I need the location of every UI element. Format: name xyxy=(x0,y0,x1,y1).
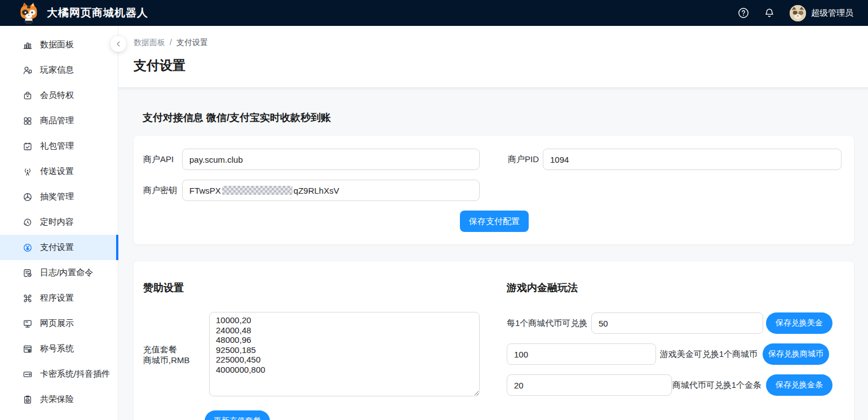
sidebar-item-label: 传送设置 xyxy=(40,166,74,177)
sidebar-item-web-display[interactable]: 网页展示 xyxy=(0,311,118,336)
sidebar-item-label: 定时内容 xyxy=(40,217,74,227)
payment-config-card: 商户API 商户PID 商户密钥 FTwsPX qZ9RLhXsV 保存支付配置 xyxy=(133,135,854,245)
bell-icon[interactable] xyxy=(764,7,775,19)
sidebar-item-scheduled[interactable]: 定时内容 xyxy=(0,209,118,235)
monitor-icon xyxy=(23,319,33,329)
merchant-pid-input[interactable] xyxy=(543,149,842,170)
badge-window-icon xyxy=(23,344,33,354)
bag-icon xyxy=(23,91,33,101)
sidebar-item-label: 共荣保险 xyxy=(40,394,74,405)
sidebar-item-label: 会员特权 xyxy=(40,90,74,101)
help-circle-icon[interactable] xyxy=(738,7,749,19)
sidebar-item-teleport[interactable]: 传送设置 xyxy=(0,159,118,184)
page-header: 数据面板 / 支付设置 支付设置 xyxy=(118,26,868,87)
exchange-usd-input[interactable] xyxy=(591,312,763,334)
sidebar-item-cardkey-douyin[interactable]: 卡密系统/抖音插件 xyxy=(0,361,118,387)
recharge-package-label: 充值套餐 商城币,RMB xyxy=(143,344,190,365)
save-exchange-mallcoin-button[interactable]: 保存兑换商城币 xyxy=(763,343,829,365)
sidebar-item-label: 玩家信息 xyxy=(40,65,74,75)
sidebar-item-payment-settings[interactable]: 支付设置 xyxy=(0,235,118,260)
avatar[interactable] xyxy=(790,5,806,21)
orange-cat-logo xyxy=(18,2,39,24)
bar-chart-icon xyxy=(23,40,33,50)
sidebar-item-title-system[interactable]: 称号系统 xyxy=(0,336,118,361)
save-exchange-usd-button[interactable]: 保存兑换美金 xyxy=(766,312,832,334)
merchant-key-prefix: FTwsPX xyxy=(189,186,221,195)
recharge-packages-textarea[interactable]: 10000,20 24000,48 48000,96 92500,185 225… xyxy=(209,312,480,396)
sidebar-item-insurance[interactable]: 共荣保险 xyxy=(0,387,118,412)
merchant-key-label: 商户密钥 xyxy=(143,180,177,201)
sidebar-item-lottery[interactable]: 抽奖管理 xyxy=(0,184,118,209)
top-navbar: 大橘网页商城机器人 xyxy=(0,0,868,26)
sidebar-item-program-settings[interactable]: 程序设置 xyxy=(0,285,118,311)
clipboard-shield-icon xyxy=(23,395,33,405)
navbar-brand: 大橘网页商城机器人 xyxy=(18,2,148,24)
sidebar-item-label: 礼包管理 xyxy=(40,141,74,151)
sidebar-item-players[interactable]: 玩家信息 xyxy=(0,57,118,83)
update-packages-button[interactable]: 更新充值套餐 xyxy=(205,410,270,420)
sidebar-item-label: 网页展示 xyxy=(40,318,74,329)
sidebar-item-membership[interactable]: 会员特权 xyxy=(0,83,118,108)
sidebar-item-dashboard[interactable]: 数据面板 xyxy=(0,32,118,57)
sidebar-item-label: 卡密系统/抖音插件 xyxy=(40,369,110,379)
user-icon xyxy=(23,65,33,75)
sidebar-item-label: 称号系统 xyxy=(40,343,74,354)
app-title: 大橘网页商城机器人 xyxy=(47,6,148,20)
merchant-api-label: 商户API xyxy=(143,149,174,170)
card-key-icon xyxy=(23,369,33,379)
finance-heading: 游戏内金融玩法 xyxy=(507,281,578,294)
sidebar-item-label: 日志/内置命令 xyxy=(40,267,93,278)
sidebar-item-label: 支付设置 xyxy=(40,242,74,253)
breadcrumb-parent[interactable]: 数据面板 xyxy=(134,38,165,48)
merchant-key-suffix: qZ9RLhXsV xyxy=(294,186,339,195)
command-icon xyxy=(23,293,33,303)
calendar-check-icon xyxy=(23,141,33,151)
admin-role-label[interactable]: 超级管理员 xyxy=(811,8,853,19)
chevron-left-icon xyxy=(114,40,122,48)
breadcrumb: 数据面板 / 支付设置 xyxy=(134,38,868,48)
exchange-goldbar-input[interactable] xyxy=(507,374,672,396)
sidebar-item-logs-commands[interactable]: 日志/内置命令 xyxy=(0,260,118,285)
content-area: 支付对接信息 微信/支付宝实时收款秒到账 商户API 商户PID 商户密钥 FT… xyxy=(118,87,868,420)
save-payment-config-button[interactable]: 保存支付配置 xyxy=(460,211,529,232)
sidebar-item-label: 程序设置 xyxy=(40,293,74,303)
navbar-actions: 超级管理员 xyxy=(738,5,853,21)
redacted-key-mosaic xyxy=(222,186,293,195)
sponsor-heading: 赞助设置 xyxy=(143,281,184,294)
sidebar-item-products[interactable]: 商品管理 xyxy=(0,108,118,133)
pay-circle-icon xyxy=(23,243,33,253)
breadcrumb-current: 支付设置 xyxy=(176,38,208,48)
log-doc-icon xyxy=(23,268,33,278)
wheel-icon xyxy=(23,192,33,202)
sponsor-finance-card: 赞助设置 游戏内金融玩法 充值套餐 商城币,RMB 10000,20 24000… xyxy=(133,261,854,420)
payment-section-heading: 支付对接信息 微信/支付宝实时收款秒到账 xyxy=(143,111,331,124)
merchant-api-input[interactable] xyxy=(182,149,480,170)
broadcast-icon xyxy=(23,167,33,177)
grid-icon xyxy=(23,116,33,126)
sidebar-collapse-button[interactable] xyxy=(110,36,126,52)
sidebar-item-giftpacks[interactable]: 礼包管理 xyxy=(0,133,118,159)
user-menu[interactable]: 超级管理员 xyxy=(790,5,853,21)
merchant-pid-label: 商户PID xyxy=(508,149,539,170)
merchant-key-input[interactable]: FTwsPX qZ9RLhXsV xyxy=(182,180,480,201)
finance-row2-label: 游戏美金可兑换1个商城币 xyxy=(660,343,758,365)
finance-row1-label: 每1个商城代币可兑换 xyxy=(507,312,587,334)
finance-row3-label: 商城代币可兑换1个金条 xyxy=(672,374,761,396)
sidebar-item-label: 数据面板 xyxy=(40,39,74,50)
breadcrumb-separator: / xyxy=(170,38,172,48)
sidebar-item-label: 商品管理 xyxy=(40,115,74,126)
clock-rotate-icon xyxy=(23,217,33,227)
sidebar-item-label: 抽奖管理 xyxy=(40,191,74,202)
page-title: 支付设置 xyxy=(134,57,868,74)
exchange-mallcoin-input[interactable] xyxy=(507,343,656,365)
save-exchange-goldbar-button[interactable]: 保存兑换金条 xyxy=(766,374,832,396)
sidebar: 数据面板 玩家信息 会员特权 商品管理 礼包管理 xyxy=(0,26,118,420)
